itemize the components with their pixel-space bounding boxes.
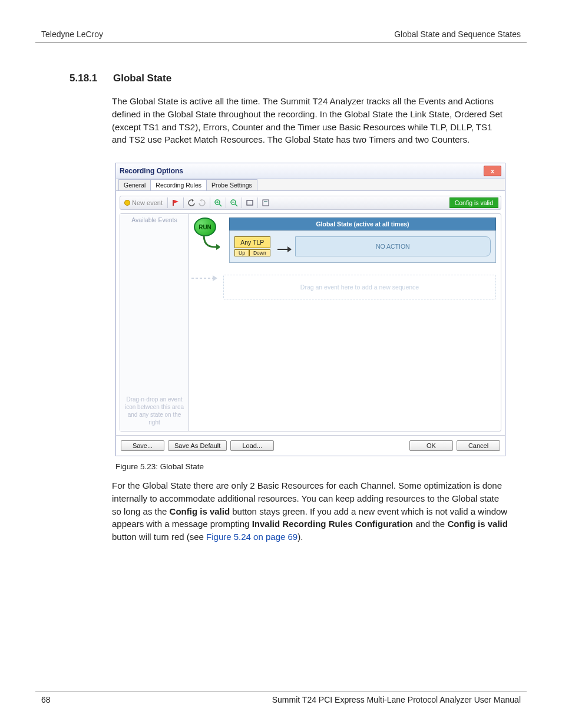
figure-xref-link[interactable]: Figure 5.24 on page 69 xyxy=(206,532,297,542)
svg-rect-9 xyxy=(263,200,269,206)
ok-button[interactable]: OK xyxy=(409,440,453,451)
tab-recording-rules[interactable]: Recording Rules xyxy=(150,179,207,190)
zoom-out-icon[interactable] xyxy=(229,197,239,208)
tab-strip: General Recording Rules Probe Settings xyxy=(116,179,505,191)
event-any-tlp[interactable]: Any TLP Up Down xyxy=(234,236,270,256)
new-event-button[interactable]: New event xyxy=(123,197,165,208)
drop-arrow-icon xyxy=(191,274,219,282)
undo-icon[interactable] xyxy=(186,197,197,208)
save-default-button[interactable]: Save As Default xyxy=(168,440,227,451)
tab-probe-settings[interactable]: Probe Settings xyxy=(206,179,257,190)
rules-canvas: Available Events Drag-n-drop an event ic… xyxy=(120,213,501,431)
drag-hint: Drag-n-drop an event icon between this a… xyxy=(123,396,186,426)
section-title: Global State xyxy=(113,73,171,84)
action-no-action[interactable]: NO ACTION xyxy=(295,236,491,256)
direction-up[interactable]: Up xyxy=(234,249,249,256)
new-event-label: New event xyxy=(132,199,163,206)
section-heading: 5.18.1Global State xyxy=(70,73,527,84)
flag-icon[interactable] xyxy=(170,197,181,208)
paragraph-1: The Global State is active all the time.… xyxy=(112,95,509,146)
available-events-panel[interactable]: Available Events Drag-n-drop an event ic… xyxy=(120,214,189,431)
dialog-button-row: Save... Save As Default Load... OK Cance… xyxy=(116,435,505,456)
connector-arrow-icon xyxy=(194,235,220,251)
state-title: Global State (active at all times) xyxy=(229,218,496,230)
new-event-icon xyxy=(125,200,130,205)
zoom-in-icon[interactable] xyxy=(213,197,223,208)
fit-icon[interactable] xyxy=(244,197,255,208)
config-valid-badge[interactable]: Config is valid xyxy=(449,197,498,208)
redo-icon[interactable] xyxy=(197,197,207,208)
title-bar[interactable]: Recording Options x xyxy=(116,163,505,179)
figure-caption: Figure 5.23: Global State xyxy=(115,462,527,471)
paragraph-2: For the Global State there are only 2 Ba… xyxy=(112,479,509,543)
close-button[interactable]: x xyxy=(484,166,501,176)
new-sequence-dropzone[interactable]: Drag an event here to add a new sequence xyxy=(223,275,496,299)
cancel-button[interactable]: Cancel xyxy=(457,440,500,451)
tab-general[interactable]: General xyxy=(118,179,151,190)
header-right: Global State and Sequence States xyxy=(394,29,521,39)
section-number: 5.18.1 xyxy=(70,73,113,84)
load-button[interactable]: Load... xyxy=(230,440,274,451)
svg-rect-0 xyxy=(173,200,174,206)
direction-down[interactable]: Down xyxy=(249,249,270,256)
window-title: Recording Options xyxy=(120,167,183,175)
svg-line-6 xyxy=(235,204,237,206)
manual-title: Summit T24 PCI Express Multi-Lane Protoc… xyxy=(272,695,521,704)
available-events-label: Available Events xyxy=(123,216,186,223)
header-left: Teledyne LeCroy xyxy=(41,29,103,39)
save-button[interactable]: Save... xyxy=(121,440,164,451)
svg-line-2 xyxy=(219,204,222,206)
any-tlp-label: Any TLP xyxy=(234,236,270,248)
svg-rect-10 xyxy=(264,201,267,202)
svg-rect-8 xyxy=(247,200,253,205)
toolbar: New event xyxy=(120,196,501,210)
screenshot-window: Recording Options x General Recording Ru… xyxy=(115,163,505,456)
global-state-box[interactable]: Global State (active at all times) Any T… xyxy=(229,218,496,263)
page-number: 68 xyxy=(41,695,51,704)
run-node[interactable]: RUN xyxy=(194,218,216,236)
arrow-right-icon xyxy=(277,249,288,250)
properties-icon[interactable] xyxy=(260,197,271,208)
